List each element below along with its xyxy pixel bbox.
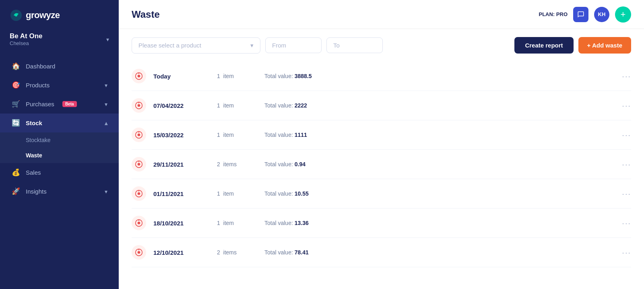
sidebar-item-products[interactable]: 🎯 Products ▾ — [0, 76, 119, 95]
waste-row-date: 18/10/2021 — [153, 220, 210, 227]
sidebar-item-dashboard[interactable]: 🏠 Dashboard — [0, 57, 119, 76]
stocktake-label: Stocktake — [26, 137, 50, 143]
plan-badge: PLAN: PRO — [539, 11, 568, 17]
waste-row: 15/03/2022 1 item Total value: 1111 ··· — [132, 120, 631, 150]
products-icon: 🎯 — [11, 81, 20, 89]
svg-point-12 — [138, 163, 140, 166]
waste-row: 01/11/2021 1 item Total value: 10.55 ··· — [132, 179, 631, 208]
sidebar-item-waste[interactable]: Waste — [0, 148, 119, 163]
sidebar-item-sales[interactable]: 💰 Sales — [0, 163, 119, 182]
waste-label: Waste — [26, 152, 42, 159]
sidebar-item-label: Purchases — [26, 101, 54, 107]
waste-circle-icon — [135, 248, 143, 256]
svg-point-9 — [138, 134, 140, 136]
waste-row-menu-button[interactable]: ··· — [622, 189, 631, 198]
sidebar-item-label: Sales — [26, 169, 41, 176]
sales-icon: 💰 — [11, 168, 20, 177]
product-filter-placeholder: Please select a product — [138, 42, 201, 49]
waste-row-value: Total value: 10.55 — [264, 190, 615, 197]
waste-row-items: 1 item — [217, 220, 257, 226]
sidebar-item-label: Products — [26, 82, 50, 89]
waste-row-value: Total value: 3888.5 — [264, 73, 615, 79]
to-placeholder: To — [333, 42, 340, 49]
venue-selector[interactable]: Be At One Chelsea ▾ — [0, 29, 119, 54]
waste-circle-icon — [135, 160, 143, 168]
waste-row-items: 1 item — [217, 102, 257, 109]
stock-chevron-icon: ▴ — [105, 120, 107, 126]
waste-row: 29/11/2021 2 items Total value: 0.94 ··· — [132, 150, 631, 179]
logo-text: growyze — [26, 10, 60, 21]
waste-row-menu-button[interactable]: ··· — [622, 130, 631, 140]
waste-row-date: 01/11/2021 — [153, 190, 210, 197]
growyze-logo-icon — [10, 9, 23, 22]
filters-bar: Please select a product ▾ From To Create… — [119, 29, 644, 62]
waste-row-date: 15/03/2022 — [153, 132, 210, 138]
svg-point-18 — [138, 222, 140, 225]
svg-point-3 — [138, 75, 140, 78]
user-avatar-button[interactable]: KH — [594, 7, 609, 22]
logo: growyze — [0, 0, 119, 29]
stock-submenu: Stocktake Waste — [0, 132, 119, 163]
product-filter[interactable]: Please select a product ▾ — [132, 37, 260, 54]
sidebar-item-insights[interactable]: 🚀 Insights ▾ — [0, 182, 119, 201]
global-add-button[interactable]: + — [615, 6, 631, 23]
waste-row-items: 1 item — [217, 73, 257, 79]
user-initials: KH — [598, 11, 606, 17]
waste-row-menu-button[interactable]: ··· — [622, 101, 631, 110]
waste-row-items: 1 item — [217, 132, 257, 138]
plan-value: PRO — [556, 11, 568, 17]
create-report-button[interactable]: Create report — [514, 37, 573, 54]
purchases-icon: 🛒 — [11, 100, 20, 108]
main-content: Waste PLAN: PRO KH + Please select a pro… — [119, 0, 644, 289]
waste-row-value: Total value: 0.94 — [264, 161, 615, 167]
waste-circle-icon — [135, 101, 143, 109]
waste-row: 07/04/2022 1 item Total value: 2222 ··· — [132, 91, 631, 120]
add-waste-button[interactable]: + Add waste — [578, 37, 631, 54]
waste-list: Today 1 item Total value: 3888.5 ··· 07/… — [119, 62, 644, 289]
page-title: Waste — [132, 9, 160, 20]
sidebar-item-purchases[interactable]: 🛒 Purchases Beta ▾ — [0, 95, 119, 114]
waste-row-menu-button[interactable]: ··· — [622, 160, 631, 169]
dashboard-icon: 🏠 — [11, 62, 20, 70]
waste-row-items: 1 item — [217, 190, 257, 197]
waste-row-date: 07/04/2022 — [153, 102, 210, 109]
waste-row-icon — [132, 245, 146, 260]
waste-row-date: 29/11/2021 — [153, 161, 210, 168]
sidebar-item-label: Dashboard — [26, 63, 55, 70]
waste-row-value: Total value: 78.41 — [264, 249, 615, 256]
venue-location: Chelsea — [10, 40, 43, 46]
chat-button[interactable] — [573, 7, 588, 22]
waste-row-icon — [132, 186, 146, 201]
waste-row-menu-button[interactable]: ··· — [622, 219, 631, 228]
waste-row-menu-button[interactable]: ··· — [622, 248, 631, 257]
insights-icon: 🚀 — [11, 187, 20, 196]
svg-point-1 — [15, 14, 17, 17]
venue-name: Be At One — [10, 32, 43, 40]
insights-chevron-icon: ▾ — [105, 188, 107, 195]
waste-circle-icon — [135, 190, 143, 198]
waste-row-date: Today — [153, 73, 210, 80]
sidebar-item-stock[interactable]: 🔄 Stock ▴ — [0, 114, 119, 132]
waste-circle-icon — [135, 219, 143, 227]
waste-row-icon — [132, 69, 146, 83]
waste-row-icon — [132, 128, 146, 142]
products-chevron-icon: ▾ — [105, 82, 107, 89]
topbar-right: PLAN: PRO KH + — [539, 6, 631, 23]
sidebar-item-label: Insights — [26, 188, 47, 195]
topbar: Waste PLAN: PRO KH + — [119, 0, 644, 29]
sidebar-nav: 🏠 Dashboard 🎯 Products ▾ 🛒 Purchases Bet… — [0, 54, 119, 289]
waste-row-items: 2 items — [217, 161, 257, 167]
from-date-filter[interactable]: From — [265, 37, 322, 53]
to-date-filter[interactable]: To — [326, 37, 383, 53]
waste-row-menu-button[interactable]: ··· — [622, 72, 631, 81]
stock-icon: 🔄 — [11, 119, 20, 127]
chat-icon — [577, 11, 584, 18]
waste-circle-icon — [135, 131, 143, 139]
svg-point-21 — [138, 251, 140, 254]
sidebar: growyze Be At One Chelsea ▾ 🏠 Dashboard … — [0, 0, 119, 289]
waste-circle-icon — [135, 72, 143, 80]
waste-row: 12/10/2021 2 items Total value: 78.41 ··… — [132, 238, 631, 267]
sidebar-item-stocktake[interactable]: Stocktake — [0, 132, 119, 148]
waste-row-value: Total value: 13.36 — [264, 220, 615, 226]
waste-row-date: 12/10/2021 — [153, 249, 210, 256]
